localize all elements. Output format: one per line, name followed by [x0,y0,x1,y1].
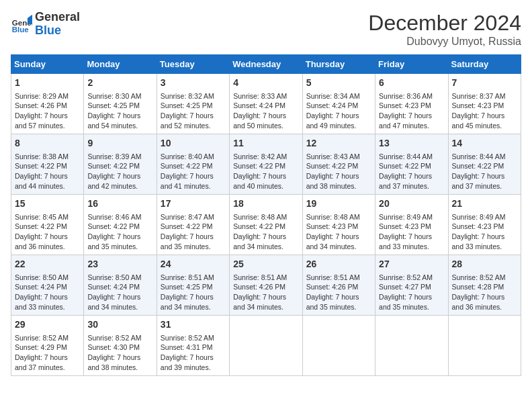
table-row: 19 Sunrise: 8:48 AM Sunset: 4:23 PM Dayl… [302,195,375,255]
daylight-label: Daylight: 7 hours and 36 minutes. [15,232,68,250]
daylight-label: Daylight: 7 hours and 34 minutes. [233,293,286,311]
sunset-label: Sunset: 4:22 PM [233,162,285,170]
day-number: 2 [87,77,152,90]
day-number: 17 [161,197,226,211]
day-number: 23 [87,258,152,271]
sunset-label: Sunset: 4:23 PM [452,222,504,230]
sunset-label: Sunset: 4:24 PM [233,101,285,109]
sunrise-label: Sunrise: 8:48 AM [233,213,287,221]
sunrise-label: Sunrise: 8:49 AM [452,213,506,221]
day-number: 16 [87,197,152,211]
sunrise-label: Sunrise: 8:42 AM [233,152,287,161]
sunset-label: Sunset: 4:22 PM [15,162,67,170]
sunset-label: Sunset: 4:25 PM [87,101,140,109]
daylight-label: Daylight: 7 hours and 33 minutes. [379,232,432,250]
table-row: 30 Sunrise: 8:52 AM Sunset: 4:30 PM Dayl… [84,316,157,376]
day-number: 6 [379,77,444,90]
table-row: 22 Sunrise: 8:50 AM Sunset: 4:24 PM Dayl… [11,255,84,316]
sunset-label: Sunset: 4:24 PM [15,283,67,291]
col-header-saturday: Saturday [448,55,521,74]
daylight-label: Daylight: 7 hours and 39 minutes. [161,353,214,371]
sunrise-label: Sunrise: 8:39 AM [87,152,141,161]
daylight-label: Daylight: 7 hours and 50 minutes. [233,111,286,130]
sunset-label: Sunset: 4:22 PM [306,162,359,170]
table-row: 27 Sunrise: 8:52 AM Sunset: 4:27 PM Dayl… [375,255,448,316]
table-row: 15 Sunrise: 8:45 AM Sunset: 4:22 PM Dayl… [11,195,84,255]
day-number: 11 [233,137,298,150]
daylight-label: Daylight: 7 hours and 47 minutes. [379,111,432,130]
sunset-label: Sunset: 4:24 PM [306,101,359,109]
page-header: General Blue General Blue December 2024 … [11,11,521,48]
daylight-label: Daylight: 7 hours and 37 minutes. [15,353,68,371]
sunset-label: Sunset: 4:23 PM [379,101,431,109]
table-row: 25 Sunrise: 8:51 AM Sunset: 4:26 PM Dayl… [230,255,302,316]
svg-marker-2 [28,15,32,24]
sunset-label: Sunset: 4:28 PM [452,283,504,291]
daylight-label: Daylight: 7 hours and 35 minutes. [379,293,432,311]
day-number: 15 [15,197,80,211]
day-number: 19 [306,197,371,211]
table-row: 6 Sunrise: 8:36 AM Sunset: 4:23 PM Dayli… [375,74,448,134]
day-number: 27 [379,258,444,271]
sunset-label: Sunset: 4:22 PM [161,222,213,230]
daylight-label: Daylight: 7 hours and 45 minutes. [452,111,505,130]
table-row: 1 Sunrise: 8:29 AM Sunset: 4:26 PM Dayli… [11,74,84,134]
day-number: 10 [161,137,226,150]
table-row [230,316,302,376]
sunrise-label: Sunrise: 8:52 AM [161,334,214,342]
table-row: 29 Sunrise: 8:52 AM Sunset: 4:29 PM Dayl… [11,316,84,376]
sunset-label: Sunset: 4:22 PM [87,162,140,170]
daylight-label: Daylight: 7 hours and 34 minutes. [306,232,359,250]
sunrise-label: Sunrise: 8:29 AM [15,92,69,100]
sunrise-label: Sunrise: 8:52 AM [15,334,69,342]
day-number: 31 [161,318,226,332]
sunrise-label: Sunrise: 8:30 AM [87,92,141,100]
sunset-label: Sunset: 4:26 PM [233,283,285,291]
daylight-label: Daylight: 7 hours and 35 minutes. [87,232,140,250]
sunset-label: Sunset: 4:23 PM [379,222,431,230]
table-row: 26 Sunrise: 8:51 AM Sunset: 4:26 PM Dayl… [302,255,375,316]
day-number: 25 [233,258,298,271]
daylight-label: Daylight: 7 hours and 49 minutes. [306,111,359,130]
sunrise-label: Sunrise: 8:36 AM [379,92,433,100]
daylight-label: Daylight: 7 hours and 42 minutes. [87,172,140,190]
sunset-label: Sunset: 4:22 PM [15,222,67,230]
sunrise-label: Sunrise: 8:47 AM [161,213,214,221]
col-header-monday: Monday [84,55,157,74]
table-row: 12 Sunrise: 8:43 AM Sunset: 4:22 PM Dayl… [302,134,375,195]
daylight-label: Daylight: 7 hours and 37 minutes. [379,172,432,190]
calendar-body: 1 Sunrise: 8:29 AM Sunset: 4:26 PM Dayli… [11,74,521,376]
day-number: 22 [15,258,80,271]
sunset-label: Sunset: 4:26 PM [15,101,67,109]
daylight-label: Daylight: 7 hours and 37 minutes. [452,172,505,190]
sunrise-label: Sunrise: 8:44 AM [379,152,433,161]
logo-text: General Blue [35,11,80,38]
day-number: 13 [379,137,444,150]
table-row: 13 Sunrise: 8:44 AM Sunset: 4:22 PM Dayl… [375,134,448,195]
daylight-label: Daylight: 7 hours and 35 minutes. [306,293,359,311]
daylight-label: Daylight: 7 hours and 44 minutes. [15,172,68,190]
day-number: 8 [15,137,80,150]
day-number: 20 [379,197,444,211]
table-row: 5 Sunrise: 8:34 AM Sunset: 4:24 PM Dayli… [302,74,375,134]
day-number: 30 [87,318,152,332]
day-number: 1 [15,77,80,90]
day-number: 28 [452,258,517,271]
sunset-label: Sunset: 4:23 PM [306,222,359,230]
table-row: 2 Sunrise: 8:30 AM Sunset: 4:25 PM Dayli… [84,74,157,134]
daylight-label: Daylight: 7 hours and 38 minutes. [306,172,359,190]
sunset-label: Sunset: 4:22 PM [379,162,431,170]
sunset-label: Sunset: 4:30 PM [87,343,140,351]
logo: General Blue General Blue [11,11,80,38]
daylight-label: Daylight: 7 hours and 33 minutes. [15,293,68,311]
daylight-label: Daylight: 7 hours and 35 minutes. [161,232,214,250]
daylight-label: Daylight: 7 hours and 34 minutes. [233,232,286,250]
table-row [448,316,521,376]
subtitle: Dubovyy Umyot, Russia [368,36,521,48]
sunrise-label: Sunrise: 8:32 AM [161,92,214,100]
sunset-label: Sunset: 4:24 PM [87,283,140,291]
sunrise-label: Sunrise: 8:45 AM [15,213,69,221]
day-number: 3 [161,77,226,90]
day-number: 21 [452,197,517,211]
sunrise-label: Sunrise: 8:37 AM [452,92,506,100]
